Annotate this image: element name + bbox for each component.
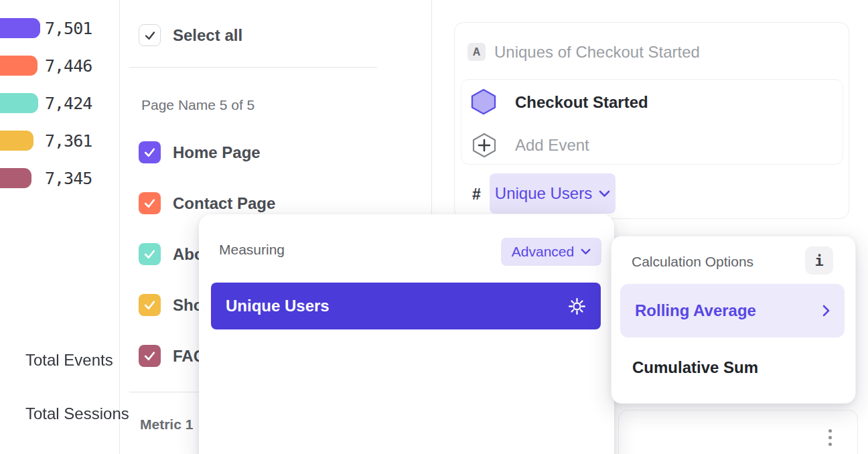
bar-value: 7,361: [45, 131, 92, 151]
menu-option-total-events[interactable]: Total Events: [25, 351, 113, 370]
calc-option-cumulative-sum[interactable]: Cumulative Sum: [632, 358, 758, 377]
panel-divider-left: [119, 0, 120, 454]
measuring-title: Measuring: [219, 242, 285, 258]
measured-as-value: Unique Users: [495, 184, 592, 203]
checkbox-home-page[interactable]: [139, 141, 161, 163]
app-canvas: 7,501 7,446 7,424 7,361 7,345 Select all: [0, 0, 868, 454]
advanced-dropdown[interactable]: Advanced: [501, 238, 601, 266]
calc-option-label: Rolling Average: [635, 301, 756, 320]
add-event-icon[interactable]: [472, 133, 496, 158]
bar-value: 7,501: [45, 19, 92, 38]
measured-as-dropdown[interactable]: Unique Users: [490, 173, 616, 214]
group-label: Page Name 5 of 5: [141, 97, 255, 113]
checkmark-icon: [143, 349, 157, 363]
event-hexagon-icon: [471, 88, 496, 115]
filter-label[interactable]: Home Page: [173, 143, 261, 162]
bar-segment: [0, 93, 38, 113]
menu-option-unique-users[interactable]: Unique Users: [211, 283, 601, 329]
divider: [129, 67, 377, 68]
add-event-label[interactable]: Add Event: [515, 136, 589, 155]
metric-label: Metric 1: [140, 417, 193, 433]
chevron-right-icon: [822, 305, 830, 317]
select-all-checkbox[interactable]: [139, 24, 161, 46]
metric-title-input[interactable]: Uniques of Checkout Started: [494, 43, 700, 62]
checkmark-icon: [143, 29, 157, 42]
measuring-popup: Measuring Advanced Unique Users: [199, 214, 614, 454]
event-name[interactable]: Checkout Started: [515, 93, 648, 112]
bar-segment: [0, 168, 31, 188]
bar-value: 7,446: [45, 56, 92, 76]
metric-2-card: [618, 410, 858, 454]
select-all-label[interactable]: Select all: [173, 26, 242, 45]
menu-option-label: Unique Users: [226, 297, 330, 315]
checkbox-contact-page[interactable]: [139, 192, 161, 214]
calc-option-rolling-average[interactable]: Rolling Average: [620, 284, 845, 337]
bar-segment: [0, 56, 38, 76]
bar-segment: [0, 131, 33, 151]
checkmark-icon: [143, 196, 157, 210]
checkmark-icon: [143, 145, 157, 159]
info-icon[interactable]: i: [805, 246, 833, 275]
bar-segment: [0, 18, 40, 38]
menu-option-total-sessions[interactable]: Total Sessions: [25, 404, 129, 423]
gear-icon[interactable]: [568, 297, 586, 315]
checkmark-icon: [143, 247, 157, 261]
measure-type-symbol: #: [472, 185, 481, 204]
advanced-label: Advanced: [512, 244, 574, 260]
metric-row-badge: A: [467, 43, 486, 61]
checkbox-faq-page[interactable]: [139, 345, 161, 367]
bar-value: 7,345: [45, 169, 92, 188]
chevron-down-icon: [581, 248, 591, 255]
event-builder-card: A Uniques of Checkout Started Checkout S…: [454, 22, 849, 219]
event-list-card: Checkout Started Add Event: [461, 79, 843, 165]
calculation-options-title: Calculation Options: [632, 254, 753, 270]
checkbox-shop-page[interactable]: [139, 294, 161, 316]
checkmark-icon: [143, 298, 157, 312]
chevron-down-icon: [599, 190, 610, 198]
calculation-options-popup: Calculation Options i Rolling Average Cu…: [611, 236, 856, 404]
checkbox-about-page[interactable]: [139, 243, 161, 265]
filter-label[interactable]: Contact Page: [173, 194, 275, 213]
kebab-menu-icon[interactable]: [828, 429, 832, 446]
bar-value: 7,424: [45, 94, 92, 113]
